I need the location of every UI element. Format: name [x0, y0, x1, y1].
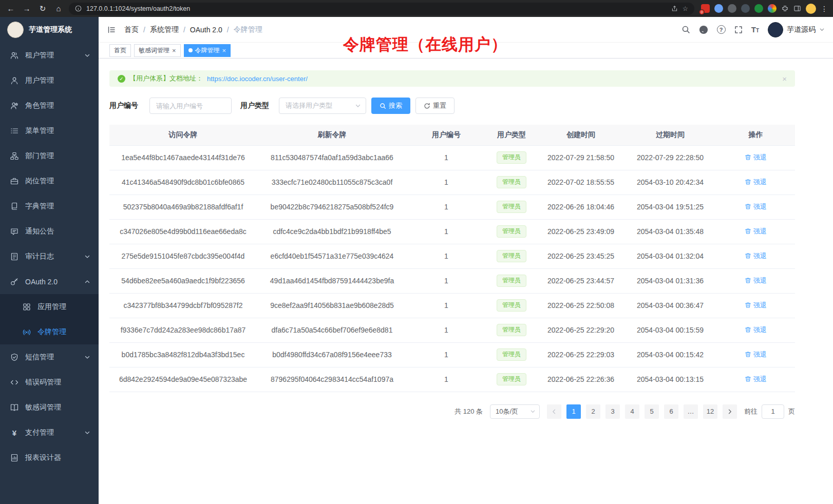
force-logout-button[interactable]: 强退 [745, 202, 767, 211]
sidebar-item-report-designer[interactable]: 报表设计器 [0, 445, 99, 470]
sidebar-item-notice[interactable]: 通知公告 [0, 219, 99, 244]
user-type-select[interactable]: 请选择用户类型 [279, 98, 366, 114]
page-size-select[interactable]: 10条/页 [490, 404, 540, 419]
tab-sensitive-word[interactable]: 敏感词管理 × [134, 44, 181, 57]
tab-token[interactable]: 令牌管理 × [184, 44, 231, 57]
chevron-up-icon [84, 279, 90, 285]
refresh-token-cell: 333ecfc71e02480cb11055c875c3ca0f [257, 170, 407, 195]
goto-page-input[interactable] [762, 404, 784, 419]
app-logo[interactable]: 芋道管理系统 [0, 17, 99, 43]
extension-red-icon[interactable]: 0 [701, 4, 710, 13]
browser-back-button[interactable]: ← [5, 3, 16, 14]
sidebar-item-user[interactable]: 用户管理 [0, 68, 99, 93]
menu-label: OAuth 2.0 [25, 278, 58, 286]
force-logout-button[interactable]: 强退 [745, 301, 767, 310]
create-time-cell: 2022-07-29 21:58:50 [538, 145, 624, 170]
alert-close-icon[interactable]: × [782, 75, 787, 83]
sidebar-item-oauth2[interactable]: OAuth 2.0 [0, 269, 99, 294]
sidebar-item-role[interactable]: 角色管理 [0, 93, 99, 118]
action-cell: 强退 [716, 170, 795, 195]
prev-page-button[interactable] [547, 404, 561, 419]
table-row: 275e5de9151045fe87cbdc395e004f4d e6cfd40… [109, 244, 795, 268]
delete-icon [745, 203, 751, 210]
page-button-4[interactable]: 4 [625, 404, 639, 419]
sidebar-item-dict[interactable]: 字典管理 [0, 193, 99, 219]
breadcrumb-home[interactable]: 首页 [124, 25, 139, 34]
menu-label: 字典管理 [25, 202, 54, 211]
sidebar-item-sms[interactable]: 短信管理 [0, 344, 99, 370]
page-ellipsis[interactable]: … [684, 404, 698, 419]
user-type-cell: 管理员 [485, 244, 538, 268]
extension-blue-icon[interactable] [714, 4, 723, 13]
sidebar-item-oauth2-app[interactable]: 应用管理 [0, 294, 99, 319]
force-logout-button[interactable]: 强退 [745, 325, 767, 335]
sidebar-item-audit-log[interactable]: 审计日志 [0, 244, 99, 269]
page-button-5[interactable]: 5 [645, 404, 659, 419]
force-logout-button[interactable]: 强退 [745, 251, 767, 261]
doc-alert: ✓ 【用户体系】文档地址： https://doc.iocoder.cn/use… [109, 70, 795, 87]
doc-link[interactable]: https://doc.iocoder.cn/user-center/ [207, 75, 308, 83]
force-logout-button[interactable]: 强退 [745, 350, 767, 359]
browser-forward-button[interactable]: → [21, 3, 32, 14]
bookmark-star-icon[interactable]: ☆ [683, 5, 688, 12]
fullscreen-icon[interactable] [734, 26, 743, 34]
github-icon[interactable] [699, 25, 708, 34]
sidebar-item-dept[interactable]: 部门管理 [0, 143, 99, 168]
browser-menu-button[interactable]: ⋮ [821, 5, 828, 13]
close-icon[interactable]: × [172, 47, 176, 54]
sidebar-menu: 租户管理 用户管理 角色管理 菜单管理 部门管理 岗位管理 [0, 43, 99, 504]
force-logout-button[interactable]: 强退 [745, 276, 767, 285]
access-token-cell: 54d6be82ee5a460a9aedc1f9bf223656 [109, 268, 257, 293]
browser-refresh-button[interactable]: ↻ [37, 3, 48, 14]
sidebar-item-menu[interactable]: 菜单管理 [0, 118, 99, 143]
extension-dark-icon[interactable] [741, 4, 750, 13]
force-logout-button[interactable]: 强退 [745, 178, 767, 187]
sidebar-item-sensitive-word[interactable]: 敏感词管理 [0, 395, 99, 420]
site-info-icon[interactable] [75, 5, 82, 12]
breadcrumb-system[interactable]: 系统管理 [150, 25, 179, 34]
close-icon[interactable]: × [222, 47, 226, 54]
force-logout-button[interactable]: 强退 [745, 153, 767, 162]
sidebar-item-payment[interactable]: ¥ 支付管理 [0, 420, 99, 445]
create-time-cell: 2022-06-25 23:44:57 [538, 268, 624, 293]
expire-time-cell: 2054-03-04 00:36:47 [624, 293, 716, 318]
browser-profile-avatar[interactable] [806, 4, 816, 14]
page-button-12[interactable]: 12 [703, 404, 717, 419]
font-size-icon[interactable]: TT [751, 25, 759, 34]
menu-label: 用户管理 [25, 76, 54, 85]
sidebar-item-oauth2-token[interactable]: 令牌管理 [0, 319, 99, 344]
page-button-3[interactable]: 3 [605, 404, 620, 419]
delete-icon [745, 253, 751, 259]
puzzle-extensions-icon[interactable] [781, 5, 789, 12]
user-id-input[interactable] [149, 98, 232, 114]
sidebar-item-error-code[interactable]: 错误码管理 [0, 370, 99, 395]
tab-home[interactable]: 首页 [109, 44, 131, 57]
page-button-2[interactable]: 2 [586, 404, 600, 419]
side-panel-icon[interactable] [793, 5, 801, 12]
sidebar-item-tenant[interactable]: 租户管理 [0, 43, 99, 68]
report-icon [10, 454, 18, 462]
briefcase-icon [10, 177, 18, 185]
extension-gray-icon[interactable] [728, 4, 736, 13]
search-icon[interactable] [681, 25, 690, 34]
force-logout-button[interactable]: 强退 [745, 227, 767, 236]
share-icon[interactable] [671, 5, 678, 12]
reset-button[interactable]: 重置 [415, 98, 455, 114]
browser-address-bar[interactable]: 127.0.0.1:1024/system/oauth2/token ☆ [69, 3, 694, 15]
search-button[interactable]: 搜索 [371, 98, 410, 114]
extension-green-icon[interactable] [754, 4, 763, 13]
col-user-type: 用户类型 [485, 125, 538, 145]
hamburger-icon[interactable] [107, 26, 116, 34]
page-button-6[interactable]: 6 [664, 404, 678, 419]
next-page-button[interactable] [723, 404, 737, 419]
force-logout-button[interactable]: 强退 [745, 375, 767, 384]
browser-home-button[interactable]: ⌂ [53, 3, 64, 14]
action-cell: 强退 [716, 342, 795, 367]
breadcrumb-oauth2[interactable]: OAuth 2.0 [190, 26, 222, 34]
sidebar-item-post[interactable]: 岗位管理 [0, 168, 99, 193]
help-icon[interactable]: ? [717, 25, 726, 34]
extension-color-icon[interactable] [768, 4, 777, 13]
page-button-1[interactable]: 1 [566, 404, 581, 419]
create-time-cell: 2022-06-25 22:26:36 [538, 367, 624, 392]
user-menu[interactable]: 芋道源码 [768, 22, 825, 37]
